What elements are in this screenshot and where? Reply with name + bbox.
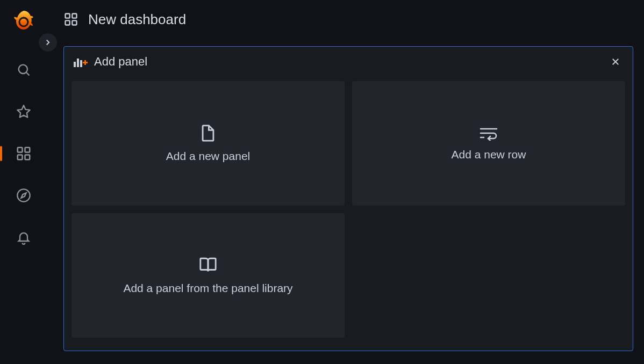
card-label: Add a new panel — [166, 150, 250, 163]
svg-rect-11 — [72, 14, 76, 18]
content-area: Add panel Add a new panel — [47, 39, 644, 364]
svg-rect-6 — [18, 155, 23, 160]
page-title: New dashboard — [88, 11, 186, 28]
grafana-logo[interactable] — [8, 5, 40, 38]
search-icon — [16, 62, 31, 77]
svg-rect-10 — [66, 14, 70, 18]
svg-rect-14 — [74, 62, 76, 67]
svg-rect-7 — [25, 155, 30, 160]
svg-rect-18 — [83, 62, 88, 63]
book-open-icon — [198, 256, 218, 274]
svg-point-1 — [19, 65, 27, 74]
dashboards-icon — [16, 145, 32, 162]
svg-rect-15 — [77, 59, 79, 67]
sidebar-item-starred[interactable] — [8, 96, 40, 128]
svg-rect-4 — [18, 148, 23, 152]
card-label: Add a panel from the panel library — [123, 282, 292, 295]
svg-rect-12 — [66, 20, 70, 25]
card-add-new-row[interactable]: Add a new row — [352, 81, 625, 206]
svg-point-8 — [17, 189, 30, 201]
card-add-from-library[interactable]: Add a panel from the panel library — [71, 213, 345, 338]
panel-header-title: Add panel — [94, 55, 147, 69]
card-grid: Add a new panel Add a new row — [64, 71, 633, 345]
grafana-logo-icon — [13, 10, 34, 33]
sidebar-expand-button[interactable] — [39, 33, 57, 52]
sidebar-item-search[interactable] — [8, 54, 40, 86]
topbar: New dashboard — [47, 0, 644, 39]
panel-header: Add panel — [64, 47, 633, 71]
main-area: New dashboard Add panel — [47, 0, 644, 364]
bell-icon — [16, 230, 31, 245]
svg-rect-16 — [80, 60, 82, 67]
svg-rect-5 — [25, 148, 30, 152]
chevron-right-icon — [43, 38, 53, 47]
close-button[interactable] — [608, 54, 623, 69]
star-icon — [16, 104, 31, 119]
card-add-new-panel[interactable]: Add a new panel — [71, 81, 345, 206]
svg-line-2 — [26, 72, 30, 76]
svg-marker-9 — [21, 193, 26, 198]
svg-rect-13 — [72, 20, 76, 25]
card-label: Add a new row — [452, 148, 526, 161]
sidebar — [0, 0, 47, 364]
svg-marker-3 — [17, 105, 30, 117]
compass-icon — [16, 188, 31, 203]
bar-chart-plus-icon — [74, 56, 89, 67]
file-icon — [199, 124, 217, 142]
sidebar-item-dashboards[interactable] — [8, 137, 40, 170]
dashboards-icon — [63, 12, 78, 27]
wrap-text-icon — [478, 126, 499, 141]
sidebar-item-alerting[interactable] — [8, 221, 40, 253]
sidebar-item-explore[interactable] — [8, 179, 40, 212]
add-panel-editor: Add panel Add a new panel — [63, 46, 633, 351]
close-icon — [611, 57, 620, 67]
